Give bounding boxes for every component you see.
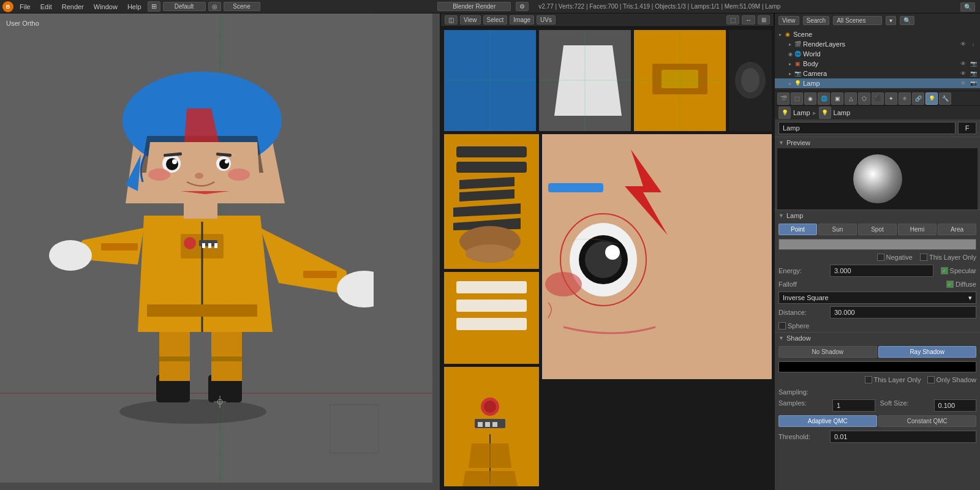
view-button[interactable]: View [778,16,799,25]
only-shadow-checkbox[interactable] [927,376,935,383]
lamp-color-swatch[interactable] [778,239,976,250]
mesh-props-icon[interactable]: △ [845,92,857,105]
lamp-tab-hemi[interactable]: Hemi [898,224,937,235]
tree-item-world[interactable]: ◉ 🌐 World [775,49,980,59]
sphere-checkbox[interactable] [778,322,786,330]
lamp-tab-point[interactable]: Point [778,224,817,235]
render-settings-icon[interactable]: ⚙ [516,2,529,11]
right-panel: View Search All Scenes ▾ 🔍 ▸ ◉ Scene ▸ 🎬… [775,13,980,490]
tree-item-body[interactable]: ▸ ▣ Body 👁 📷 [775,59,980,69]
body-render-icon[interactable]: 📷 [969,59,978,68]
distance-value[interactable]: 30.000 [830,306,976,318]
scene-icon[interactable]: ◎ [208,2,221,11]
uv-editor-menu-icon[interactable]: ◫ [445,15,458,24]
viewport-scrollbar-bottom[interactable] [0,483,432,490]
scenes-search-icon[interactable]: 🔍 [900,16,914,25]
uv-uvs-btn[interactable]: UVs [537,15,556,24]
svg-point-38 [225,160,228,164]
uv-tool1[interactable]: ⬚ [726,15,739,24]
uv-tool2[interactable]: ↔ [742,15,755,24]
layers-props-icon[interactable]: ⬚ [791,92,803,105]
specular-checkbox[interactable]: ✓ [941,267,948,274]
shadow-layer-only-checkbox[interactable] [865,376,872,383]
qmc-tabs: Adaptive QMC Constant QMC [775,413,980,429]
negative-checkbox[interactable] [877,254,884,261]
lamp-tab-spot[interactable]: Spot [858,224,897,235]
lamp-tab-sun[interactable]: Sun [818,224,857,235]
render-engine-dropdown[interactable]: Blender Render [437,2,511,11]
adaptive-qmc-tab[interactable]: Adaptive QMC [778,415,877,427]
viewport-scrollbar-right[interactable] [432,13,440,490]
samples-value[interactable]: 1 [832,399,875,412]
threshold-value[interactable]: 0.01 [830,431,976,443]
ray-shadow-tab[interactable]: Ray Shadow [878,346,977,358]
material-props-icon[interactable]: ⬡ [858,92,870,105]
lamp-section-header[interactable]: ▼ Lamp [775,209,980,221]
svg-marker-32 [144,142,260,191]
f-button[interactable]: F [958,122,976,134]
preview-section-header[interactable]: ▼ Preview [775,137,980,148]
edit-menu[interactable]: Edit [37,2,56,12]
lamp-render-icon[interactable]: 📷 [969,79,978,88]
renderlayers-restrict-icon[interactable]: ↓ [969,40,978,48]
scene-props-icon[interactable]: ◉ [804,92,816,105]
world-props-icon[interactable]: 🌐 [818,92,830,105]
window-menu[interactable]: Window [90,2,121,12]
search-icon-top[interactable]: 🔍 [960,2,975,12]
this-layer-only-1-checkbox[interactable] [920,254,927,261]
viewport-3d[interactable]: User Ortho [0,13,441,490]
physics-props-icon[interactable]: ⚛ [899,92,911,105]
uv-image-btn[interactable]: Image [510,15,534,24]
all-scenes-dropdown[interactable]: All Scenes [833,16,882,25]
uv-editor: ◫ View Select Image UVs ⬚ ↔ ⊞ [441,13,775,490]
scene-input[interactable]: Scene [224,2,260,11]
lamp-name-input[interactable] [778,122,956,134]
shadow-section-header[interactable]: ▼ Shadow [775,332,980,344]
uv-sync-btn[interactable]: ⊞ [758,15,770,24]
viewport-layout-icon[interactable]: ⊞ [148,1,160,12]
svg-point-43 [195,173,203,179]
shadow-color-swatch[interactable] [778,361,976,372]
camera-render-icon[interactable]: 📷 [969,69,978,78]
layout-dropdown[interactable]: Default [163,2,206,11]
breadcrumb-lamp-icon[interactable]: 💡 [778,107,791,119]
renderlayers-visibility: 👁 ↓ [959,40,978,48]
texture-props-icon[interactable]: ⬛ [872,92,884,105]
constant-qmc-tab[interactable]: Constant QMC [878,415,977,427]
search-button-right[interactable]: Search [803,16,830,25]
no-shadow-tab[interactable]: No Shadow [778,346,877,358]
tree-item-renderlayers[interactable]: ▸ 🎬 RenderLayers 👁 ↓ [775,39,980,49]
object-data-icon[interactable]: 💡 [925,92,938,105]
energy-value[interactable]: 3.000 [830,265,933,277]
breadcrumb-item-2[interactable]: Lamp [834,109,851,116]
renderlayers-hide-icon[interactable]: 👁 [959,40,967,48]
uv-view-btn[interactable]: View [460,15,481,24]
uv-editor-header: ◫ View Select Image UVs ⬚ ↔ ⊞ [441,13,774,27]
breadcrumb-lamp-icon2[interactable]: 💡 [819,107,831,119]
constraints-icon[interactable]: 🔗 [912,92,924,105]
render-menu[interactable]: Render [58,2,88,12]
tree-item-camera[interactable]: ▸ 📷 Camera 👁 📷 [775,69,980,78]
breadcrumb-item-1[interactable]: Lamp [793,109,810,116]
body-hide-icon[interactable]: 👁 [959,59,967,68]
lamp-tab-area[interactable]: Area [938,224,976,235]
soft-size-value[interactable]: 0.100 [934,399,977,412]
help-menu[interactable]: Help [124,2,145,12]
lamp-hide-icon[interactable]: 👁 [959,79,967,88]
modifiers-icon[interactable]: 🔧 [939,92,951,105]
svg-rect-68 [548,183,603,192]
shadow-tabs: No Shadow Ray Shadow [775,344,980,360]
uv-select-btn[interactable]: Select [483,15,508,24]
falloff-type-dropdown[interactable]: Inverse Square ▾ [778,292,976,304]
diffuse-checkbox[interactable]: ✓ [946,281,954,288]
tree-item-lamp[interactable]: ▸ 💡 Lamp 👁 📷 [775,78,980,88]
camera-hide-icon[interactable]: 👁 [959,69,967,78]
tree-item-scene[interactable]: ▸ ◉ Scene [775,29,980,39]
scenes-expand-icon[interactable]: ▾ [886,16,896,25]
file-menu[interactable]: File [16,2,34,12]
blender-logo-icon[interactable]: B [2,1,13,12]
particles-props-icon[interactable]: ✦ [885,92,897,105]
object-props-icon[interactable]: ▣ [831,92,843,105]
render-props-icon[interactable]: 🎬 [777,92,790,105]
tree-arrow-body: ▸ [787,61,793,67]
